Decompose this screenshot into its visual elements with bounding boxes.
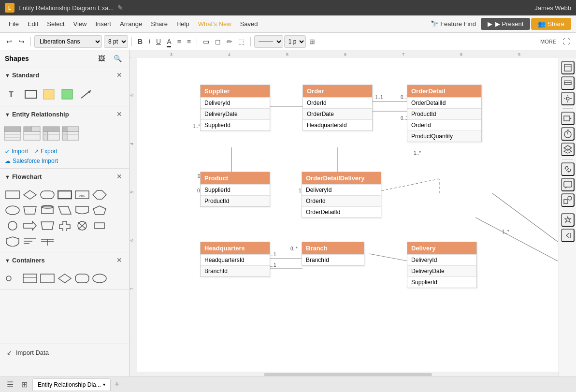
menu-arrange[interactable]: Arrange	[116, 18, 146, 29]
menu-saved[interactable]: Saved	[236, 18, 262, 29]
tab-grid-view-button[interactable]: ⊞	[18, 379, 30, 390]
menu-insert[interactable]: Insert	[91, 18, 115, 29]
line-style-select[interactable]: ——— - - -	[254, 35, 283, 48]
text-shape[interactable]: T	[5, 87, 20, 102]
bold-button[interactable]: B	[135, 36, 145, 47]
rp-timer-button[interactable]	[561, 127, 575, 141]
fc-x-shape[interactable]	[74, 219, 90, 232]
sticky-shape[interactable]	[42, 87, 57, 102]
rp-link-button[interactable]	[561, 162, 575, 176]
canvas-area[interactable]: 3 4 5 6 7	[130, 58, 559, 377]
fc-oval[interactable]	[5, 203, 20, 217]
diagram-surface[interactable]: 1..1 0..1 0..1 1..* 0..* 1..* 1..* 1..1	[137, 58, 559, 377]
rp-shapes2-button[interactable]	[561, 193, 575, 207]
cont-diamond[interactable]	[57, 272, 72, 285]
underline-button[interactable]: U	[154, 36, 163, 47]
er-shape-4[interactable]	[63, 126, 78, 141]
rp-collapse-button[interactable]	[561, 229, 575, 242]
headquarters-entity[interactable]: Headquarters HeadquartersId BranchId	[200, 242, 270, 277]
import-data-button[interactable]: ↙ Import Data	[0, 344, 129, 361]
more-button[interactable]: MORE	[538, 37, 559, 46]
shapes-search-button[interactable]: 🔍	[111, 53, 124, 64]
fc-doc[interactable]	[74, 203, 90, 217]
fc-shield[interactable]	[5, 234, 20, 248]
cont-swimlane[interactable]	[22, 272, 38, 285]
cont-pill[interactable]	[5, 272, 20, 285]
diagram-tab-main[interactable]: Entity Relationship Dia... ▾	[32, 378, 111, 391]
colored-rect-shape[interactable]	[60, 87, 75, 102]
er-section-header[interactable]: ▼Entity Relationship ✕	[0, 106, 129, 122]
fc-lines2[interactable]	[40, 234, 55, 248]
fc-pentagon[interactable]	[92, 203, 107, 217]
supplier-entity[interactable]: Supplier DeliveryId DeliveryDate Supplie…	[200, 85, 270, 131]
rp-magic-button[interactable]	[561, 213, 575, 227]
connection-button[interactable]: ⊞	[307, 36, 317, 47]
menu-file[interactable]: File	[5, 18, 23, 29]
fc-inv-trapezoid[interactable]	[40, 219, 55, 232]
er-section-close[interactable]: ✕	[115, 110, 124, 118]
fc-cross[interactable]	[57, 219, 72, 232]
fullscreen-button[interactable]: ⛶	[561, 36, 572, 47]
er-shape-3[interactable]	[43, 126, 59, 141]
flowchart-section-header[interactable]: ▼Flowchart ✕	[0, 169, 129, 184]
menu-select[interactable]: Select	[43, 18, 68, 29]
import-button[interactable]: ↙ Import	[5, 148, 28, 155]
canvas-scrollbar[interactable]	[137, 372, 559, 377]
fc-border-rect[interactable]	[57, 188, 72, 202]
rp-pages-button[interactable]	[561, 61, 575, 74]
cont-ellipse[interactable]	[92, 272, 107, 285]
stroke-color-button[interactable]: ✏	[224, 36, 235, 47]
font-color-button[interactable]: A	[164, 36, 173, 47]
stroke-width-select[interactable]: 1 px 2 px 3 px	[284, 35, 306, 48]
orderdetail-entity[interactable]: OrderDetail OrderDetailId ProductId Orde…	[407, 85, 482, 142]
fill-color-button[interactable]: ◻	[213, 36, 223, 47]
shapes-image-button[interactable]: 🖼	[96, 53, 107, 64]
text-align-button[interactable]: ≡	[185, 36, 193, 47]
share-button[interactable]: 👥 Share	[531, 18, 571, 30]
menu-view[interactable]: View	[70, 18, 91, 29]
fc-trapezoid[interactable]	[22, 203, 38, 217]
product-entity[interactable]: Product SupplierId ProductId	[200, 172, 270, 207]
menu-share[interactable]: Share	[147, 18, 172, 29]
branch-entity[interactable]: Branch BranchId	[302, 242, 364, 266]
menu-help[interactable]: Help	[173, 18, 193, 29]
arrow-shape[interactable]	[78, 87, 94, 102]
rp-comment-button[interactable]	[561, 178, 575, 191]
rp-layers2-button[interactable]	[561, 143, 575, 156]
rp-video-button[interactable]	[561, 112, 575, 125]
rp-format-button[interactable]	[561, 92, 575, 105]
undo-button[interactable]: ↩	[4, 36, 14, 47]
rect-shape[interactable]	[23, 87, 39, 102]
fill-button[interactable]: ▭	[201, 36, 212, 47]
fc-hex[interactable]	[92, 188, 107, 202]
present-button[interactable]: ▶ ▶ Present	[481, 18, 530, 30]
align-button[interactable]: ≡	[174, 36, 183, 47]
order-entity[interactable]: Order OrderId OrderDate HeadquartersId	[302, 85, 373, 131]
cont-rounded[interactable]	[74, 272, 90, 285]
scrollbar-thumb[interactable]	[264, 373, 432, 376]
fc-circle[interactable]	[5, 219, 20, 232]
er-shape-2[interactable]	[24, 126, 40, 141]
fc-rect[interactable]	[5, 188, 20, 202]
menu-edit[interactable]: Edit	[24, 18, 42, 29]
edit-title-icon[interactable]: ✎	[117, 4, 123, 12]
fc-cylinder[interactable]	[40, 203, 55, 217]
delivery-entity[interactable]: Delivery DeliveryId DeliveryDate Supplie…	[407, 242, 477, 288]
containers-section-close[interactable]: ✕	[115, 256, 124, 264]
redo-button[interactable]: ↪	[16, 36, 27, 47]
fc-arrow-right[interactable]	[22, 219, 38, 232]
salesforce-button[interactable]: ☁ Salesforce Import	[5, 158, 58, 164]
fc-parallelogram[interactable]	[57, 203, 72, 217]
shadow-button[interactable]: ⬚	[236, 36, 247, 47]
fc-small-rect[interactable]	[92, 219, 107, 232]
export-button[interactable]: ↗ Export	[34, 148, 58, 155]
font-family-select[interactable]: Liberation Sans	[34, 35, 102, 48]
add-page-button[interactable]: +	[113, 379, 122, 390]
fc-labeled-rect[interactable]: ABC	[74, 188, 90, 202]
font-size-select[interactable]: 8 pt 9 pt 10 pt 11 pt 12 pt	[104, 35, 128, 48]
cont-rect[interactable]	[40, 272, 55, 285]
feature-find[interactable]: 🔭 Feature Find	[427, 18, 480, 29]
menu-whats-new[interactable]: What's New	[194, 18, 235, 29]
italic-button[interactable]: I	[146, 36, 153, 47]
containers-section-header[interactable]: ▼Containers ✕	[0, 252, 129, 268]
